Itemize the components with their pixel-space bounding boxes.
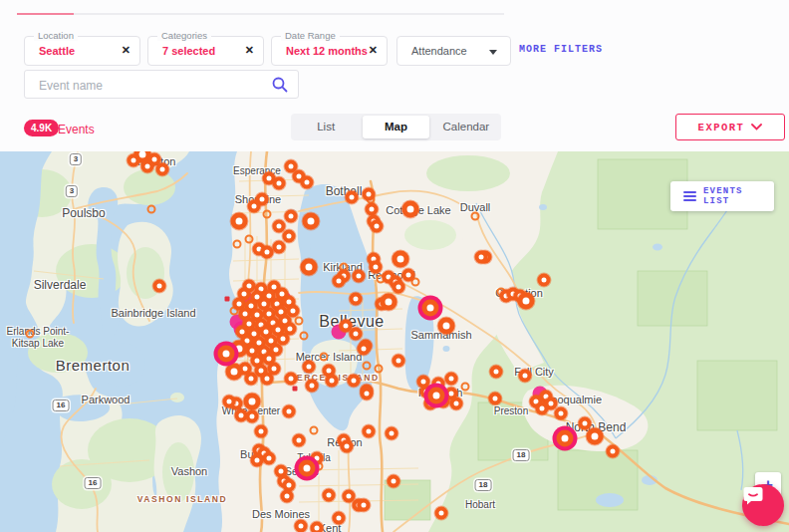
tab-list[interactable]: List (293, 116, 359, 138)
event-marker[interactable] (311, 522, 324, 532)
event-marker[interactable] (361, 388, 374, 400)
event-marker[interactable] (346, 191, 359, 204)
event-marker[interactable] (303, 213, 320, 230)
event-marker[interactable] (417, 376, 430, 389)
event-marker[interactable] (301, 176, 314, 189)
attendance-dropdown[interactable]: Attendance (396, 36, 511, 66)
event-marker[interactable] (393, 251, 409, 268)
event-marker[interactable] (255, 425, 268, 438)
scroll-indicator-fill[interactable] (17, 13, 74, 15)
event-marker[interactable] (231, 213, 248, 230)
event-marker[interactable] (607, 445, 620, 458)
event-marker[interactable] (128, 154, 140, 167)
filter-location-clear-icon[interactable]: ✕ (122, 44, 131, 57)
event-marker[interactable] (381, 294, 397, 311)
event-marker[interactable] (333, 512, 346, 525)
filter-date-range[interactable]: Date Range Next 12 months ✕ (271, 36, 388, 66)
event-marker[interactable] (341, 440, 354, 453)
event-marker[interactable] (375, 365, 384, 374)
event-marker[interactable] (422, 300, 439, 317)
event-marker[interactable] (226, 364, 243, 381)
event-marker[interactable] (393, 355, 405, 368)
event-marker[interactable] (348, 375, 361, 388)
event-marker[interactable] (587, 428, 604, 445)
event-marker[interactable] (156, 163, 169, 176)
filter-categories-clear-icon[interactable]: ✕ (245, 44, 254, 57)
event-marker[interactable] (301, 259, 318, 276)
filter-categories[interactable]: Categories 7 selected ✕ (147, 36, 264, 66)
event-marker[interactable] (370, 261, 383, 274)
event-marker[interactable] (233, 240, 242, 249)
more-filters-link[interactable]: MORE FILTERS (519, 44, 603, 55)
event-marker[interactable] (223, 396, 236, 408)
event-marker[interactable] (519, 370, 532, 383)
event-marker[interactable] (388, 475, 400, 488)
map-canvas[interactable]: KingstonEsperanceShorelinePoulsboBothell… (0, 151, 789, 532)
event-marker[interactable] (218, 346, 235, 363)
event-marker[interactable] (303, 361, 316, 374)
chat-widget-button[interactable] (742, 484, 784, 526)
event-marker[interactable] (245, 235, 254, 244)
event-marker[interactable] (310, 426, 319, 435)
tab-map[interactable]: Map (363, 116, 428, 138)
event-marker[interactable] (350, 328, 363, 341)
event-marker[interactable] (281, 490, 294, 503)
event-marker[interactable] (285, 210, 298, 223)
event-marker[interactable] (366, 203, 379, 216)
event-marker[interactable] (438, 318, 455, 335)
event-marker[interactable] (393, 281, 405, 294)
event-marker[interactable] (320, 353, 329, 362)
export-button[interactable]: EXPORT (675, 114, 785, 140)
event-marker[interactable] (251, 454, 264, 467)
event-marker[interactable] (471, 212, 480, 221)
event-marker[interactable] (489, 393, 502, 405)
event-marker[interactable] (273, 177, 286, 190)
event-marker[interactable] (435, 507, 448, 520)
event-marker[interactable] (153, 280, 166, 293)
event-marker[interactable] (283, 405, 296, 418)
filter-location[interactable]: Location Seattle ✕ (24, 36, 140, 66)
tab-calendar[interactable]: Calendar (433, 116, 499, 138)
event-marker[interactable] (445, 373, 458, 386)
event-marker[interactable] (273, 241, 286, 254)
event-marker[interactable] (358, 499, 371, 512)
event-marker[interactable] (246, 410, 259, 423)
event-marker[interactable] (353, 270, 366, 283)
event-marker[interactable] (386, 427, 398, 440)
event-marker[interactable] (141, 160, 154, 173)
event-marker[interactable] (244, 394, 261, 410)
event-marker[interactable] (293, 387, 298, 392)
event-marker[interactable] (461, 383, 470, 392)
event-marker[interactable] (261, 373, 274, 386)
event-marker[interactable] (538, 274, 551, 287)
event-marker[interactable] (557, 430, 574, 447)
event-marker[interactable] (475, 251, 488, 264)
event-marker[interactable] (363, 188, 376, 201)
event-marker[interactable] (283, 230, 296, 243)
event-marker[interactable] (245, 373, 258, 386)
event-marker[interactable] (299, 460, 316, 477)
event-marker[interactable] (26, 330, 35, 339)
event-marker[interactable] (350, 293, 363, 306)
search-icon[interactable] (271, 76, 289, 98)
event-marker[interactable] (358, 343, 371, 356)
filter-date-range-clear-icon[interactable]: ✕ (369, 44, 378, 57)
event-marker[interactable] (402, 201, 419, 218)
event-marker[interactable] (261, 246, 274, 259)
event-marker[interactable] (450, 398, 463, 410)
event-marker[interactable] (248, 200, 261, 213)
event-marker[interactable] (323, 489, 336, 502)
event-marker[interactable] (326, 375, 339, 388)
event-marker[interactable] (518, 293, 535, 310)
event-marker[interactable] (263, 210, 272, 219)
events-list-button[interactable]: EVENTS LIST (670, 181, 774, 211)
event-marker[interactable] (536, 402, 549, 415)
event-name-search[interactable] (24, 70, 299, 99)
event-marker[interactable] (295, 317, 304, 326)
event-marker[interactable] (285, 373, 298, 386)
event-marker[interactable] (147, 205, 156, 214)
event-marker[interactable] (555, 407, 568, 420)
event-marker[interactable] (300, 332, 309, 341)
search-input[interactable] (37, 75, 270, 96)
event-marker[interactable] (579, 417, 592, 430)
